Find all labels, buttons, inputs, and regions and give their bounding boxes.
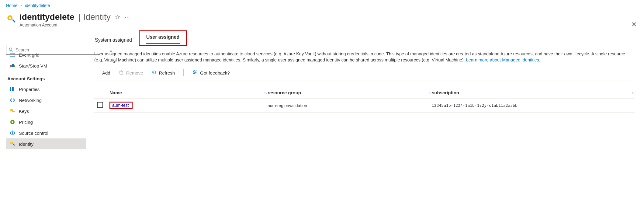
scroll-up-indicator: ▲ bbox=[113, 60, 116, 64]
sidebar-item-label: Keys bbox=[19, 109, 29, 114]
cell-subscription: 12345a1b-1234-1a1b-1z2y-c1ab11a2aabb bbox=[432, 103, 635, 108]
tabs: System assigned User assigned bbox=[94, 30, 635, 46]
svg-rect-22 bbox=[120, 71, 123, 74]
sidebar-item-label: Identity bbox=[19, 141, 33, 147]
source-control-icon bbox=[10, 130, 15, 136]
sidebar-item-label: Pricing bbox=[19, 120, 33, 125]
svg-rect-10 bbox=[12, 87, 13, 91]
sidebar-search[interactable] bbox=[6, 45, 100, 55]
toolbar: ＋ Add Remove Refresh Got feedback? bbox=[94, 63, 635, 81]
svg-line-3 bbox=[12, 50, 13, 51]
highlight-identity-name: aum-test bbox=[109, 102, 133, 109]
svg-rect-6 bbox=[10, 65, 12, 67]
table-header: Name ↑↓ resource group ↑↓ subscription ↑… bbox=[94, 81, 635, 99]
svg-point-1 bbox=[9, 17, 11, 19]
identity-icon bbox=[10, 141, 15, 147]
tab-system-assigned[interactable]: System assigned bbox=[94, 35, 133, 46]
svg-rect-8 bbox=[14, 65, 15, 67]
svg-point-2 bbox=[9, 48, 12, 50]
sidebar-item-properties[interactable]: Properties bbox=[6, 84, 86, 95]
page-subtitle: Automation Account bbox=[19, 23, 130, 27]
sidebar-item-networking[interactable]: Networking bbox=[6, 95, 86, 106]
svg-point-15 bbox=[12, 121, 13, 123]
svg-point-17 bbox=[12, 132, 13, 134]
sidebar-item-keys[interactable]: Keys bbox=[6, 106, 86, 117]
svg-point-21 bbox=[11, 143, 12, 144]
start-stop-vm-icon bbox=[10, 63, 15, 68]
svg-rect-13 bbox=[12, 111, 15, 112]
refresh-icon bbox=[152, 70, 157, 76]
svg-rect-7 bbox=[12, 64, 14, 67]
plus-icon: ＋ bbox=[94, 69, 100, 76]
feedback-button[interactable]: Got feedback? bbox=[192, 70, 230, 76]
tab-user-assigned[interactable]: User assigned bbox=[146, 32, 180, 44]
feedback-icon bbox=[192, 70, 198, 76]
highlight-user-assigned: User assigned bbox=[139, 30, 187, 46]
sort-icon[interactable]: ↑↓ bbox=[264, 91, 268, 95]
sidebar-item-pricing[interactable]: Pricing bbox=[6, 117, 86, 127]
page-title: identitydelete bbox=[19, 12, 74, 22]
sidebar-item-source-control[interactable]: Source control bbox=[6, 127, 86, 138]
breadcrumb: Home › identitydelete bbox=[0, 0, 644, 9]
favorite-star-icon[interactable]: ☆ bbox=[115, 13, 120, 21]
sidebar-item-label: Start/Stop VM bbox=[19, 63, 47, 68]
column-header-resource-group[interactable]: resource group ↑↓ bbox=[268, 90, 432, 95]
toolbar-separator bbox=[183, 69, 184, 76]
learn-more-link[interactable]: Learn more about Managed identities bbox=[466, 57, 539, 62]
breadcrumb-current[interactable]: identitydelete bbox=[25, 3, 50, 8]
more-menu-icon[interactable]: ··· bbox=[125, 14, 130, 20]
pricing-icon bbox=[10, 119, 15, 125]
row-checkbox[interactable] bbox=[97, 102, 103, 108]
close-icon[interactable]: ✕ bbox=[631, 21, 637, 29]
table-row[interactable]: aum-test aum-regionvalidation 12345a1b-1… bbox=[94, 99, 635, 113]
sidebar-item-label: Properties bbox=[19, 87, 40, 92]
collapse-sidebar-icon[interactable]: « bbox=[109, 48, 112, 53]
column-header-subscription[interactable]: subscription ↑↓ bbox=[432, 90, 635, 95]
svg-point-25 bbox=[193, 71, 195, 72]
cell-resource-group: aum-regionvalidation bbox=[268, 103, 432, 108]
page-section: | Identity bbox=[78, 12, 110, 22]
description-text: User assigned managed identities enable … bbox=[94, 51, 635, 63]
sort-icon[interactable]: ↑↓ bbox=[631, 91, 635, 95]
svg-rect-11 bbox=[13, 87, 14, 91]
search-input[interactable] bbox=[15, 47, 98, 53]
breadcrumb-home[interactable]: Home bbox=[6, 3, 17, 8]
remove-button: Remove bbox=[119, 70, 143, 76]
properties-icon bbox=[10, 86, 15, 92]
sidebar-item-label: Networking bbox=[19, 98, 42, 103]
column-header-name[interactable]: Name ↑↓ bbox=[109, 90, 268, 95]
refresh-button[interactable]: Refresh bbox=[152, 70, 175, 76]
automation-account-icon bbox=[6, 14, 16, 24]
sidebar-item-label: Source control bbox=[19, 131, 48, 136]
svg-rect-9 bbox=[10, 87, 11, 91]
sidebar-item-start-stop-vm[interactable]: Start/Stop VM bbox=[6, 60, 86, 71]
sidebar-item-identity[interactable]: Identity bbox=[6, 138, 86, 149]
keys-icon bbox=[10, 108, 15, 114]
search-icon bbox=[9, 47, 13, 53]
add-button[interactable]: ＋ Add bbox=[94, 69, 110, 76]
sort-icon[interactable]: ↑↓ bbox=[428, 91, 432, 95]
trash-icon bbox=[119, 70, 124, 76]
breadcrumb-separator: › bbox=[20, 3, 22, 8]
networking-icon bbox=[10, 97, 15, 103]
sidebar-heading-account-settings: Account Settings bbox=[6, 71, 86, 84]
identity-name-link[interactable]: aum-test bbox=[112, 103, 129, 108]
